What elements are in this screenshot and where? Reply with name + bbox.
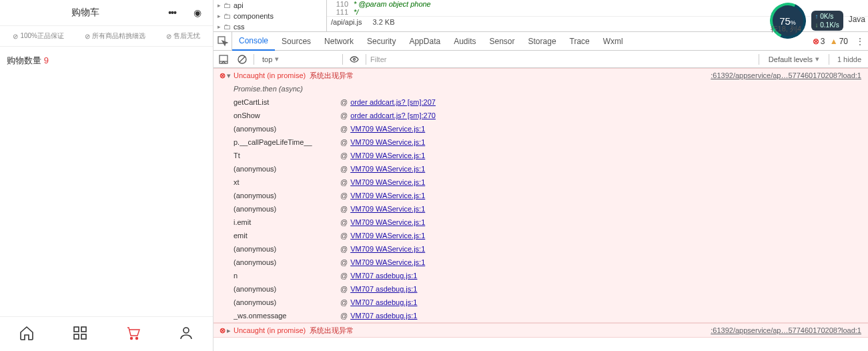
tab-sensor[interactable]: Sensor	[483, 32, 522, 51]
log-levels-selector[interactable]: Default levels ▾	[763, 55, 825, 63]
tab-security[interactable]: Security	[360, 32, 402, 51]
stack-function: (anonymous)	[234, 282, 340, 296]
error-source-link[interactable]: :61392/appservice/ap…577460170208?load:1	[711, 69, 864, 82]
context-selector[interactable]: top ▾	[258, 55, 338, 63]
stack-source-link[interactable]: VM709 WAService.js:1	[350, 176, 425, 189]
capsule-menu-button[interactable]: •••	[163, 6, 181, 19]
stack-frame: (anonymous)@VM709 WAService.js:1	[213, 242, 868, 256]
stack-source-link[interactable]: VM707 asdebug.js:1	[350, 269, 417, 282]
tab-category[interactable]	[72, 325, 88, 343]
console-toolbar: top ▾ Filter Default levels ▾ 1 hidde	[213, 51, 868, 68]
expand-icon[interactable]: ▸	[227, 324, 234, 337]
stack-source-link[interactable]: VM707 asdebug.js:1	[350, 296, 417, 309]
stack-at: @	[340, 309, 350, 322]
toggle-sidebar-button[interactable]	[216, 52, 231, 67]
console-output[interactable]: ⊗ ▾ Uncaught (in promise) 系统出现异常 :61392/…	[213, 68, 868, 351]
file-tree-label: api	[234, 1, 244, 9]
stack-frame: onShow@order addcart.js? [sm]:270	[213, 109, 868, 122]
svg-rect-2	[74, 334, 79, 339]
stack-source-link[interactable]: order addcart.js? [sm]:270	[350, 109, 436, 122]
stack-frame: xt@VM709 WAService.js:1	[213, 176, 868, 189]
stack-source-link[interactable]: VM709 WAService.js:1	[350, 149, 425, 162]
stack-source-link[interactable]: VM709 WAService.js:1	[350, 229, 425, 242]
stack-source-link[interactable]: VM709 WAService.js:1	[350, 256, 425, 269]
stack-at: @	[340, 282, 350, 296]
svg-point-4	[131, 338, 133, 340]
stack-at: @	[340, 109, 350, 122]
stack-function: (anonymous)	[234, 296, 340, 309]
expand-icon: ▸	[218, 2, 221, 9]
stack-frame: Tt@VM709 WAService.js:1	[213, 149, 868, 162]
line-gutter: 110 111	[327, 0, 354, 16]
user-icon	[178, 325, 194, 341]
stack-function: getCartList	[234, 95, 340, 109]
code-text[interactable]: * @param object phone */	[354, 0, 431, 16]
filter-input[interactable]: Filter	[370, 55, 755, 63]
svg-point-6	[183, 328, 189, 333]
promo-text: 售后无忧	[173, 31, 200, 41]
file-tree-item[interactable]: ▸🗀css	[218, 21, 322, 31]
tab-console[interactable]: Console	[232, 32, 275, 51]
live-expression-button[interactable]	[347, 52, 362, 67]
stack-function: Tt	[234, 149, 340, 162]
async-label: Promise.then (async)	[234, 82, 340, 95]
collapse-icon[interactable]: ▾	[227, 69, 234, 82]
file-tree-label: css	[234, 23, 245, 31]
stack-function: (anonymous)	[234, 162, 340, 176]
stack-at: @	[340, 269, 350, 282]
stack-source-link[interactable]: VM709 WAService.js:1	[350, 122, 425, 135]
stack-function: i.emit	[234, 216, 340, 229]
file-tree[interactable]: ▸🗀api ▸🗀components ▸🗀css	[213, 0, 327, 31]
promo-row: ⊘ 100%正品保证 ⊘ 所有商品精挑细选 ⊘ 售后无忧	[0, 25, 213, 47]
line-number: 110	[327, 0, 348, 8]
inspect-icon	[218, 36, 228, 47]
tab-trace[interactable]: Trace	[563, 32, 596, 51]
stack-source-link[interactable]: VM707 asdebug.js:1	[350, 282, 417, 296]
tab-storage[interactable]: Storage	[522, 32, 563, 51]
capsule-close-button[interactable]: ◉	[189, 6, 206, 19]
stack-source-link[interactable]: VM709 WAService.js:1	[350, 242, 425, 256]
stack-source-link[interactable]: VM709 WAService.js:1	[350, 162, 425, 176]
inspect-element-button[interactable]	[213, 32, 232, 51]
stack-function: (anonymous)	[234, 202, 340, 216]
stack-at: @	[340, 135, 350, 149]
stack-at: @	[340, 202, 350, 216]
tab-cart[interactable]	[125, 325, 141, 343]
file-tree-item[interactable]: ▸🗀api	[218, 0, 322, 11]
error-header-row[interactable]: ⊗ ▾ Uncaught (in promise) 系统出现异常 :61392/…	[213, 69, 868, 82]
stack-at: @	[340, 189, 350, 202]
stack-source-link[interactable]: VM709 WAService.js:1	[350, 216, 425, 229]
stack-source-link[interactable]: VM709 WAService.js:1	[350, 189, 425, 202]
svg-rect-3	[81, 334, 86, 339]
stack-source-link[interactable]: VM709 WAService.js:1	[350, 202, 425, 216]
clear-console-button[interactable]	[235, 52, 250, 67]
tab-home[interactable]	[19, 325, 35, 343]
error-header-row[interactable]: ⊗ ▸ Uncaught (in promise) 系统出现异常 :61392/…	[213, 324, 868, 337]
tab-sources[interactable]: Sources	[275, 32, 318, 51]
stack-frame: (anonymous)@VM707 asdebug.js:1	[213, 282, 868, 296]
tab-wxml[interactable]: Wxml	[596, 32, 630, 51]
error-source-link[interactable]: :61392/appservice/ap…577460170208?load:1	[711, 324, 864, 337]
promo-item: ⊘ 售后无忧	[166, 31, 200, 41]
file-tree-item[interactable]: ▸🗀components	[218, 11, 322, 21]
tab-network[interactable]: Network	[318, 32, 360, 51]
stack-at: @	[340, 95, 350, 109]
tab-audits[interactable]: Audits	[447, 32, 482, 51]
console-error-group: ⊗ ▸ Uncaught (in promise) 系统出现异常 :61392/…	[213, 323, 868, 338]
stack-source-link[interactable]: order addcart.js? [sm]:207	[350, 95, 436, 109]
expand-icon: ▸	[218, 23, 221, 30]
context-label: top	[262, 55, 272, 63]
stack-at: @	[340, 216, 350, 229]
stack-frame: (anonymous)@VM709 WAService.js:1	[213, 189, 868, 202]
stack-source-link[interactable]: VM707 asdebug.js:1	[350, 309, 417, 322]
stack-frame: (anonymous)@VM709 WAService.js:1	[213, 122, 868, 135]
tab-appdata[interactable]: AppData	[402, 32, 447, 51]
hidden-count[interactable]: 1 hidde	[833, 55, 865, 63]
stack-frame: getCartList@order addcart.js? [sm]:207	[213, 95, 868, 109]
tab-user[interactable]	[178, 325, 194, 343]
svg-point-10	[354, 58, 356, 60]
code-line: */	[354, 8, 358, 16]
uncaught-label: Uncaught (in promise)	[234, 324, 306, 337]
promo-text: 100%正品保证	[20, 31, 64, 41]
stack-source-link[interactable]: VM709 WAService.js:1	[350, 135, 425, 149]
